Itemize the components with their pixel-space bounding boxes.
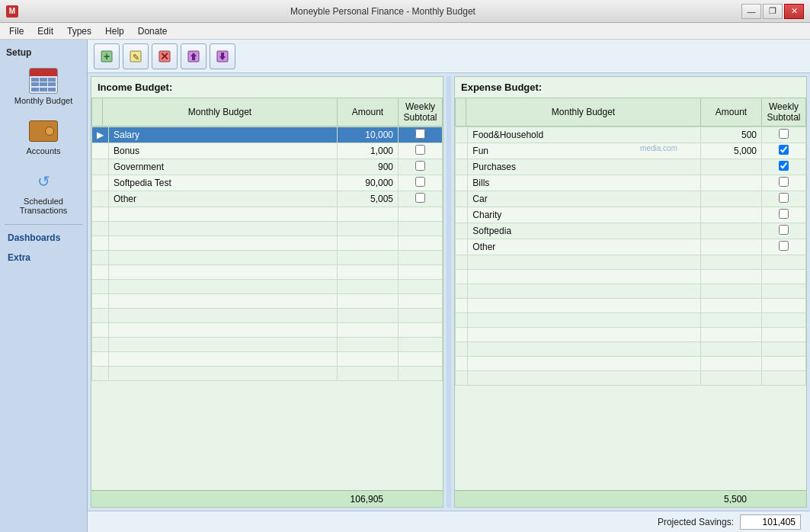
income-row-weekly[interactable] (399, 159, 443, 175)
income-row-name[interactable]: Government (109, 159, 338, 175)
expense-row-weekly[interactable] (762, 191, 806, 207)
expense-row[interactable]: Purchases (456, 159, 806, 175)
expense-row-name[interactable]: Food&Household (468, 127, 701, 143)
sidebar-item-monthly-budget[interactable]: Monthly Budget (3, 62, 84, 110)
expense-weekly-checkbox[interactable] (779, 161, 789, 171)
income-weekly-checkbox[interactable] (415, 145, 425, 155)
expense-empty-row (456, 284, 806, 299)
expense-weekly-checkbox[interactable] (779, 225, 789, 235)
accounts-label: Accounts (26, 146, 60, 155)
income-row-amount[interactable]: 90,000 (338, 175, 399, 191)
menu-types[interactable]: Types (61, 24, 98, 38)
income-empty-weekly (399, 352, 443, 367)
menu-help[interactable]: Help (99, 24, 130, 38)
income-row-weekly[interactable] (399, 143, 443, 159)
menu-file[interactable]: File (3, 24, 30, 38)
income-row[interactable]: Other 5,005 (92, 191, 443, 207)
expense-weekly-checkbox[interactable] (779, 129, 789, 139)
income-weekly-checkbox[interactable] (415, 193, 425, 203)
scheduled-transactions-icon: ↺ (28, 168, 59, 195)
expense-row-weekly[interactable] (762, 159, 806, 175)
menu-edit[interactable]: Edit (31, 24, 59, 38)
expense-row-weekly[interactable] (762, 143, 806, 159)
expense-row-name[interactable]: Other (468, 239, 701, 255)
income-row-name[interactable]: Salary (109, 127, 338, 143)
expense-row-amount[interactable] (701, 239, 762, 255)
expense-weekly-checkbox[interactable] (779, 193, 789, 203)
expense-row[interactable]: Softpedia (456, 223, 806, 239)
income-row-weekly[interactable] (399, 191, 443, 207)
expense-row[interactable]: Other (456, 239, 806, 255)
expense-empty-indicator (456, 284, 468, 299)
expense-row-weekly[interactable] (762, 207, 806, 223)
expense-row[interactable]: Bills (456, 175, 806, 191)
income-row-name[interactable]: Softpedia Test (109, 175, 338, 191)
expense-row-amount[interactable] (701, 175, 762, 191)
income-row[interactable]: Government 900 (92, 159, 443, 175)
expense-row-amount[interactable] (701, 191, 762, 207)
income-row-name[interactable]: Other (109, 191, 338, 207)
restore-button[interactable]: ❐ (763, 4, 783, 19)
delete-button[interactable]: ✕ (152, 43, 178, 69)
expense-row-weekly[interactable] (762, 127, 806, 143)
expense-weekly-checkbox[interactable] (779, 209, 789, 219)
sidebar-item-dashboards[interactable]: Dashboards (0, 228, 87, 248)
expense-row-weekly[interactable] (762, 223, 806, 239)
expense-weekly-checkbox[interactable] (779, 241, 789, 251)
expense-row-name[interactable]: Softpedia (468, 223, 701, 239)
edit-button[interactable]: ✎ (123, 43, 149, 69)
add-button[interactable]: + (94, 43, 120, 69)
income-row-amount[interactable]: 10,000 (338, 127, 399, 143)
expense-row[interactable]: Food&Household 500 (456, 127, 806, 143)
income-row-weekly[interactable] (399, 127, 443, 143)
expense-row-weekly[interactable] (762, 239, 806, 255)
expense-row-weekly[interactable] (762, 175, 806, 191)
income-indicator-header (92, 98, 103, 127)
expense-weekly-checkbox[interactable] (779, 177, 789, 187)
minimize-button[interactable]: — (741, 4, 761, 19)
expense-row-name[interactable]: Charity (468, 207, 701, 223)
income-empty-amount (338, 309, 399, 323)
income-weekly-checkbox[interactable] (415, 177, 425, 187)
income-table-scroll[interactable]: ▶ Salary 10,000 Bonus 1,000 Government 9… (91, 127, 443, 490)
expense-row-amount[interactable] (701, 207, 762, 223)
expense-total-row: 5,500 (455, 490, 806, 507)
expense-row-amount[interactable] (701, 223, 762, 239)
income-weekly-checkbox[interactable] (415, 161, 425, 171)
close-button[interactable]: ✕ (784, 4, 804, 19)
expense-row-name[interactable]: Purchases (468, 159, 701, 175)
income-empty-indicator (92, 338, 109, 352)
sidebar-item-extra[interactable]: Extra (0, 248, 87, 268)
income-row[interactable]: ▶ Salary 10,000 (92, 127, 443, 143)
income-row[interactable]: Softpedia Test 90,000 (92, 175, 443, 191)
income-row-amount[interactable]: 900 (338, 159, 399, 175)
income-row-weekly[interactable] (399, 175, 443, 191)
expense-row-name[interactable]: Funmedia.com (468, 143, 701, 159)
export-button[interactable] (210, 43, 235, 69)
income-empty-amount (338, 294, 399, 309)
expense-weekly-checkbox[interactable] (779, 145, 789, 155)
import-button[interactable] (181, 43, 207, 69)
income-empty-weekly (399, 207, 443, 222)
income-row-name[interactable]: Bonus (109, 143, 338, 159)
expense-empty-indicator (456, 313, 468, 328)
expense-row-name[interactable]: Car (468, 191, 701, 207)
expense-row[interactable]: Funmedia.com 5,000 (456, 143, 806, 159)
sidebar-item-scheduled-transactions[interactable]: ↺ ScheduledTransactions (3, 163, 84, 220)
expense-row-amount[interactable]: 500 (701, 127, 762, 143)
expense-row-amount[interactable]: 5,000 (701, 143, 762, 159)
expense-row[interactable]: Charity (456, 207, 806, 223)
expense-table-scroll[interactable]: Food&Household 500 Funmedia.com 5,000 Pu… (455, 127, 806, 490)
menu-donate[interactable]: Donate (132, 24, 174, 38)
income-weekly-checkbox[interactable] (415, 129, 425, 139)
expense-row-name[interactable]: Bills (468, 175, 701, 191)
sidebar-item-accounts[interactable]: Accounts (3, 113, 84, 160)
expense-row-amount[interactable] (701, 159, 762, 175)
income-row-amount[interactable]: 5,005 (338, 191, 399, 207)
income-row[interactable]: Bonus 1,000 (92, 143, 443, 159)
expense-row[interactable]: Car (456, 191, 806, 207)
income-row-amount[interactable]: 1,000 (338, 143, 399, 159)
expense-empty-amount (701, 328, 762, 342)
expense-empty-row (456, 299, 806, 313)
expense-empty-amount (701, 299, 762, 313)
